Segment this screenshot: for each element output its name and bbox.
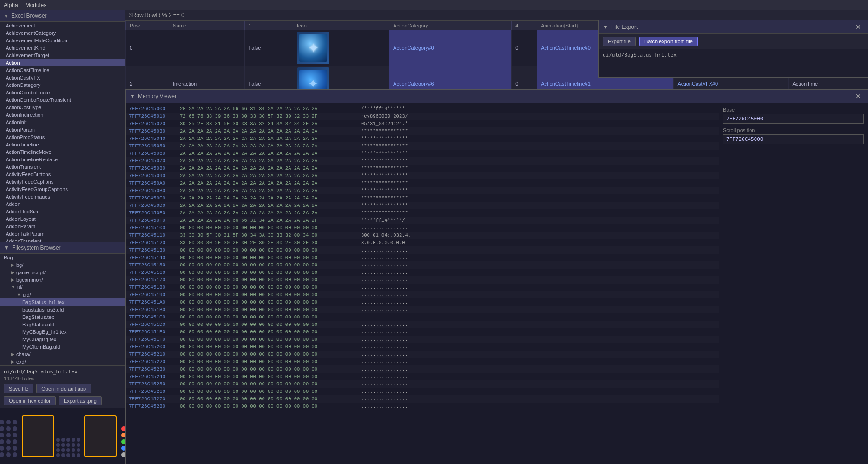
fs-item[interactable]: ▶ exd/ [0,358,125,365]
file-actions: Save fileOpen in default appOpen in hex … [4,384,121,405]
mem-scroll-input[interactable] [723,134,864,144]
mem-ascii: ................ [361,403,408,410]
list-item-achievementhidecondition[interactable]: AchievementHideCondition [0,37,125,44]
mem-ascii: ................ [361,396,408,402]
table-col-header[interactable]: 4 [512,21,537,30]
memory-hex[interactable]: 7FF726C450002F 2A 2A 2A 2A 2A 66 66 31 3… [126,103,719,464]
list-item-actiontransient[interactable]: ActionTransient [0,163,125,171]
excel-browser-arrow: ▼ [4,13,8,19]
fs-item[interactable]: ▼ ui/ [0,284,125,291]
list-item-achievementcategory[interactable]: AchievementCategory [0,29,125,37]
list-item-addonlayout[interactable]: AddonLayout [0,215,125,223]
export-file-btn[interactable]: Export file [603,37,636,46]
file-action-btn[interactable]: Open in hex editor [4,396,56,405]
file-export-close-btn[interactable]: ✕ [853,22,864,32]
memory-row: 7FF726C450F02A 2A 2A 2A 2A 2A 66 66 31 3… [126,217,719,224]
tex-dot [72,448,75,452]
list-item-actiontimeline[interactable]: ActionTimeline [0,141,125,148]
list-item-achievement[interactable]: Achievement [0,22,125,29]
menu-modules[interactable]: Modules [26,2,46,8]
table-col-header[interactable]: ActionCategory [389,21,512,30]
list-item-actionindirection[interactable]: ActionIndirection [0,111,125,119]
list-item-addon[interactable]: Addon [0,200,125,208]
tex-dot [0,426,4,431]
list-item-actioncastvfx[interactable]: ActionCastVFX [0,74,125,81]
mem-hex-values: 00 00 00 00 00 00 00 00 00 00 00 00 00 0… [180,277,361,283]
list-item-activityfeedcaptions[interactable]: ActivityFeedCaptions [0,178,125,186]
mem-ascii: **************** [361,128,408,134]
mem-scroll-label: Scroll position [723,127,864,133]
list-item-actioncategory[interactable]: ActionCategory [0,81,125,89]
excel-browser-list[interactable]: AchievementAchievementCategoryAchievemen… [0,22,125,242]
fs-item[interactable]: BagStatus_hr1.tex [0,298,125,306]
memory-row: 7FF726C451A000 00 00 00 00 00 00 00 00 0… [126,298,719,306]
table-cell [169,30,244,66]
file-action-btn[interactable]: Export as .png [59,396,102,405]
fs-browser-arrow: ▼ [4,245,9,251]
mem-addr: 7FF726C45240 [129,373,180,380]
list-item-actioninit[interactable]: ActionInit [0,119,125,126]
tex-dot [66,453,70,457]
list-item-actionparam[interactable]: ActionParam [0,126,125,133]
batch-export-btn[interactable]: Batch export from file [639,37,698,46]
fs-item[interactable]: MyCBagBg_hr1.tex [0,328,125,336]
file-export-arrow: ▼ [603,24,608,30]
mem-base-input[interactable] [723,114,864,124]
fs-item[interactable]: ▶ game_script/ [0,269,125,276]
mem-ascii: ................ [361,358,408,365]
mem-addr: 7FF726C45200 [129,344,180,350]
memory-sidebar: Base Scroll position [719,103,868,464]
mem-hex-values: 00 00 00 00 00 00 00 00 00 00 00 00 00 0… [180,336,361,343]
mem-hex-values: 00 00 00 00 00 00 00 00 00 00 00 00 00 0… [180,381,361,387]
fs-item[interactable]: ▶ bg/ [0,261,125,269]
list-item-actionprocstatus[interactable]: ActionProcStatus [0,133,125,141]
mem-addr: 7FF726C45230 [129,366,180,372]
list-item-addontalkparam[interactable]: AddonTalkParam [0,230,125,238]
fs-item[interactable]: BagStatus.tex [0,313,125,321]
list-item-addontransient[interactable]: AddonTransient [0,238,125,242]
list-item-actiontimelinemove[interactable]: ActionTimelineMove [0,148,125,156]
list-item-achievementkind[interactable]: AchievementKind [0,44,125,52]
mem-ascii: ................ [361,344,408,350]
file-action-btn[interactable]: Save file [4,384,33,393]
fs-item[interactable]: MyCBagBg.tex [0,336,125,343]
memory-row: 7FF726C4528000 00 00 00 00 00 00 00 00 0… [126,403,719,410]
table-col-header[interactable]: Name [169,21,244,30]
mem-addr: 7FF726C451F0 [129,336,180,343]
memory-arrow: ▼ [130,93,135,99]
fs-item[interactable]: bagstatus_ps3.uld [0,306,125,313]
mem-ascii: ................ [361,247,408,253]
list-item-activityfeedgroupcaptions[interactable]: ActivityFeedGroupCaptions [0,186,125,193]
list-item-actioncasttimeline[interactable]: ActionCastTimeline [0,66,125,74]
tex-dot [77,453,80,457]
list-item-action[interactable]: Action [0,59,125,66]
file-action-btn[interactable]: Open in default app [36,384,91,393]
list-item-actioncosttype[interactable]: ActionCostType [0,104,125,111]
list-item-activityfeedbuttons[interactable]: ActivityFeedButtons [0,171,125,178]
list-item-achievementtarget[interactable]: AchievementTarget [0,52,125,59]
mem-hex-values: 2A 2A 2A 2A 2A 2A 2A 2A 2A 2A 2A 2A 2A 2… [180,165,361,172]
memory-row: 7FF726C450302A 2A 2A 2A 2A 2A 2A 2A 2A 2… [126,127,719,135]
list-item-addonparam[interactable]: AddonParam [0,223,125,230]
fs-item[interactable]: ▶ bgcommon/ [0,276,125,284]
mem-addr: 7FF726C451E0 [129,329,180,335]
list-item-actiontimelinereplace[interactable]: ActionTimelineReplace [0,156,125,163]
fs-item[interactable]: ▼ uld/ [0,291,125,298]
tex-dot [6,452,11,457]
menu-alpha[interactable]: Alpha [4,2,18,8]
fs-item[interactable]: MyCItemBag.uld [0,343,125,351]
memory-close-btn[interactable]: ✕ [853,92,864,101]
table-col-header[interactable]: Row [126,21,169,30]
fs-item[interactable]: ▶ chara/ [0,351,125,358]
list-item-actioncomboroute[interactable]: ActionComboRoute [0,89,125,96]
fs-item[interactable]: BagStatus.uld [0,321,125,328]
fs-root[interactable]: Bag [0,254,125,261]
list-item-addonhudsize[interactable]: AddonHudSize [0,208,125,215]
table-col-header[interactable]: 1 [244,21,293,30]
fs-browser-list[interactable]: Bag▶ bg/▶ game_script/▶ bgcommon/▼ ui/▼ … [0,254,125,365]
tex-dot [77,448,80,452]
list-item-actioncomboroutetransient[interactable]: ActionComboRouteTransient [0,96,125,104]
mem-addr: 7FF726C451D0 [129,321,180,328]
table-col-header[interactable]: Icon [293,21,389,30]
list-item-activityfeedimages[interactable]: ActivityFeedImages [0,193,125,200]
